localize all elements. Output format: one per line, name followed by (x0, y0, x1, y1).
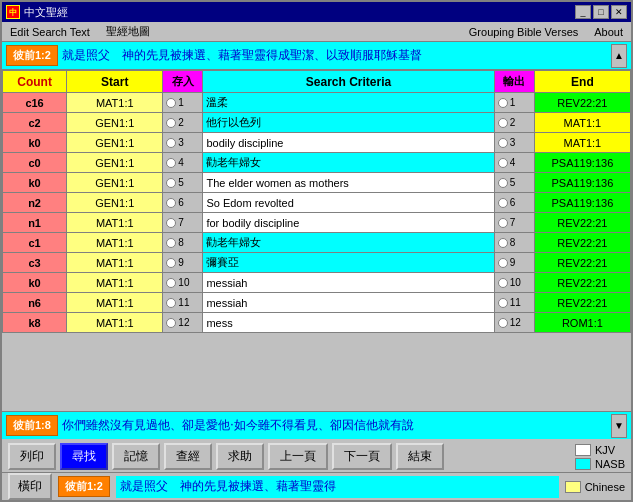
cell-start: MAT1:1 (67, 293, 163, 313)
cell-store[interactable]: 8 (163, 233, 203, 253)
cell-end: PSA119:136 (534, 153, 630, 173)
cell-count: c2 (3, 113, 67, 133)
cell-store[interactable]: 10 (163, 273, 203, 293)
search-results-table: Count Start 存入 Search Criteria 輸出 End c1… (2, 70, 631, 333)
cell-store[interactable]: 12 (163, 313, 203, 333)
cell-start: MAT1:1 (67, 273, 163, 293)
title-controls: _ □ ✕ (575, 5, 627, 19)
maximize-button[interactable]: □ (593, 5, 609, 19)
legend-chinese-label: Chinese (585, 481, 625, 493)
cell-end: REV22:21 (534, 293, 630, 313)
cell-out[interactable]: 10 (494, 273, 534, 293)
cell-count: n1 (3, 213, 67, 233)
legend-chinese-area: Chinese (565, 481, 625, 493)
cell-end: PSA119:136 (534, 173, 630, 193)
bottom-status-bar: 橫印 彼前1:2 就是照父 神的先見被揀選、藉著聖靈得 Chinese (2, 472, 631, 500)
cell-start: GEN1:1 (67, 193, 163, 213)
cell-out[interactable]: 12 (494, 313, 534, 333)
cell-out[interactable]: 6 (494, 193, 534, 213)
memory-button[interactable]: 記憶 (112, 443, 160, 470)
cell-out[interactable]: 7 (494, 213, 534, 233)
legend-nasb-label: NASB (595, 458, 625, 470)
scroll-up-button[interactable]: ▲ (611, 44, 627, 68)
cell-end: MAT1:1 (534, 113, 630, 133)
minimize-button[interactable]: _ (575, 5, 591, 19)
query-button[interactable]: 查經 (164, 443, 212, 470)
table-row: c0GEN1:14勸老年婦女4PSA119:136 (3, 153, 631, 173)
cell-count: c0 (3, 153, 67, 173)
cell-criteria: The elder women as mothers (203, 173, 494, 193)
col-header-end: End (534, 71, 630, 93)
legend-kjv-label: KJV (595, 444, 615, 456)
cell-end: REV22:21 (534, 93, 630, 113)
table-row: k0GEN1:13bodily discipline3MAT1:1 (3, 133, 631, 153)
cell-start: MAT1:1 (67, 313, 163, 333)
menu-bible-map[interactable]: 聖經地圖 (102, 22, 154, 41)
status-ref: 彼前1:2 (58, 476, 110, 497)
table-row: c3MAT1:19彌賽亞9REV22:21 (3, 253, 631, 273)
cell-out[interactable]: 4 (494, 153, 534, 173)
scroll-down-button[interactable]: ▼ (611, 414, 627, 438)
prev-page-button[interactable]: 上一頁 (268, 443, 328, 470)
menu-grouping[interactable]: Grouping Bible Verses (465, 24, 582, 40)
cell-store[interactable]: 11 (163, 293, 203, 313)
cell-store[interactable]: 4 (163, 153, 203, 173)
cell-start: GEN1:1 (67, 173, 163, 193)
cell-criteria: 溫柔 (203, 93, 494, 113)
cell-criteria: 他行以色列 (203, 113, 494, 133)
verse-ref-top-button[interactable]: 彼前1:2 (6, 45, 58, 66)
cell-criteria: for bodily discipline (203, 213, 494, 233)
cell-start: GEN1:1 (67, 113, 163, 133)
table-row: c16MAT1:11溫柔1REV22:21 (3, 93, 631, 113)
print-button[interactable]: 列印 (8, 443, 56, 470)
close-button[interactable]: ✕ (611, 5, 627, 19)
cell-criteria: So Edom revolted (203, 193, 494, 213)
cell-count: c16 (3, 93, 67, 113)
legend-chinese-box (565, 481, 581, 493)
end-button[interactable]: 結束 (396, 443, 444, 470)
table-row: c2GEN1:12他行以色列2MAT1:1 (3, 113, 631, 133)
cell-count: c3 (3, 253, 67, 273)
cell-store[interactable]: 6 (163, 193, 203, 213)
search-results-table-container: Count Start 存入 Search Criteria 輸出 End c1… (2, 70, 631, 411)
cell-start: MAT1:1 (67, 213, 163, 233)
stamp-button[interactable]: 橫印 (8, 473, 52, 500)
cell-end: REV22:21 (534, 233, 630, 253)
next-page-button[interactable]: 下一頁 (332, 443, 392, 470)
cell-start: GEN1:1 (67, 153, 163, 173)
verse-bar-bottom: 彼前1:8 你們雖然沒有見過他、卻是愛他‧如今雖不得看見、卻因信他就有說 ▼ (2, 411, 631, 439)
table-row: k0GEN1:15The elder women as mothers5PSA1… (3, 173, 631, 193)
cell-out[interactable]: 5 (494, 173, 534, 193)
cell-out[interactable]: 11 (494, 293, 534, 313)
cell-criteria: mess (203, 313, 494, 333)
cell-out[interactable]: 1 (494, 93, 534, 113)
cell-store[interactable]: 2 (163, 113, 203, 133)
cell-count: n6 (3, 293, 67, 313)
table-row: c1MAT1:18勸老年婦女8REV22:21 (3, 233, 631, 253)
menu-edit-search[interactable]: Edit Search Text (6, 24, 94, 40)
cell-store[interactable]: 1 (163, 93, 203, 113)
col-header-criteria: Search Criteria (203, 71, 494, 93)
cell-count: k0 (3, 173, 67, 193)
search-button[interactable]: 尋找 (60, 443, 108, 470)
cell-store[interactable]: 9 (163, 253, 203, 273)
verse-ref-bottom-button[interactable]: 彼前1:8 (6, 415, 58, 436)
title-bar: 中 中文聖經 _ □ ✕ (2, 2, 631, 22)
cell-store[interactable]: 5 (163, 173, 203, 193)
cell-count: c1 (3, 233, 67, 253)
cell-count: k0 (3, 133, 67, 153)
cell-end: REV22:21 (534, 273, 630, 293)
app-icon: 中 (6, 5, 20, 19)
cell-start: MAT1:1 (67, 253, 163, 273)
cell-store[interactable]: 7 (163, 213, 203, 233)
help-button[interactable]: 求助 (216, 443, 264, 470)
cell-store[interactable]: 3 (163, 133, 203, 153)
verse-text-top: 就是照父 神的先見被揀選、藉著聖靈得成聖潔、以致順服耶穌基督 (62, 47, 607, 64)
cell-out[interactable]: 2 (494, 113, 534, 133)
menu-about[interactable]: About (590, 24, 627, 40)
cell-out[interactable]: 8 (494, 233, 534, 253)
legend-chinese: Chinese (565, 481, 625, 493)
cell-out[interactable]: 3 (494, 133, 534, 153)
legend-area: KJV NASB (575, 444, 625, 470)
cell-out[interactable]: 9 (494, 253, 534, 273)
